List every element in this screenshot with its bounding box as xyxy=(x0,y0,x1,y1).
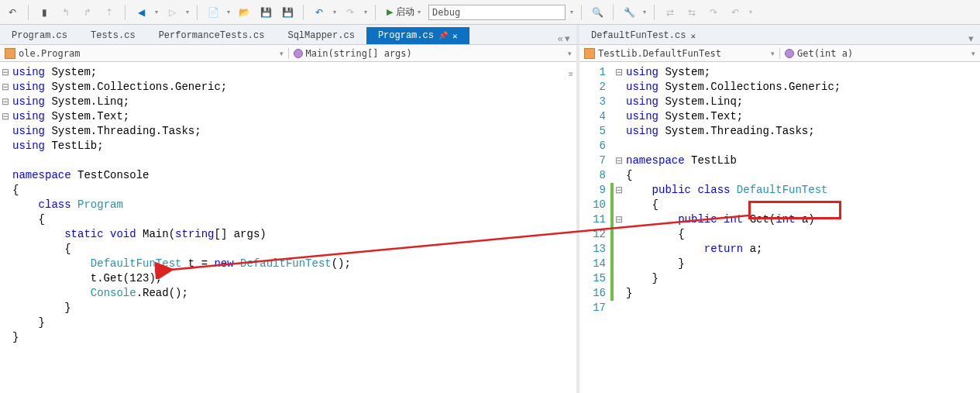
tab-label: SqlMapper.cs xyxy=(287,30,354,41)
tab-dropdown-icon[interactable]: ▾ xyxy=(968,33,974,44)
left-navbar: ole.Program ▾ Main(string[] args) ▾ xyxy=(0,45,576,62)
member-name: Main(string[] args) xyxy=(306,48,412,59)
tab-overflow-icon[interactable]: « xyxy=(558,33,563,44)
comment-icon[interactable]: ⇄ xyxy=(661,3,679,22)
code-area[interactable]: using System;using System.Collections.Ge… xyxy=(624,62,841,315)
forward-arrow-icon[interactable]: ▷ xyxy=(163,3,181,22)
tab-label: Program.cs xyxy=(12,30,67,41)
new-file-icon[interactable]: 📄 xyxy=(204,3,222,22)
highlight-box xyxy=(748,201,841,219)
undo-icon[interactable]: ↶ xyxy=(310,3,328,22)
dropdown-icon[interactable]: ▾ xyxy=(363,3,369,22)
play-icon: ▶ xyxy=(387,7,393,17)
config-select[interactable] xyxy=(428,5,566,20)
pin-icon[interactable]: 📌 xyxy=(438,31,448,40)
tab-label: Program.cs xyxy=(378,30,434,41)
tab-label: DefaultFunTest.cs xyxy=(591,30,686,41)
file-tab[interactable]: Program.cs xyxy=(0,27,79,44)
dropdown-icon[interactable]: ▾ xyxy=(332,3,338,22)
nav-up-icon[interactable]: ⇡ xyxy=(100,3,119,22)
right-tabstrip: DefaultFunTest.cs✕ ▾ xyxy=(579,25,980,45)
class-selector[interactable]: TestLib.DefaultFunTest ▾ xyxy=(579,48,780,59)
outline-margin[interactable]: ⊟⊟⊟⊟ xyxy=(0,62,11,345)
tab-label: Tests.cs xyxy=(91,30,136,41)
dropdown-icon[interactable]: ▾ xyxy=(569,3,575,22)
start-debug-button[interactable]: ▶ 启动 ▾ xyxy=(382,4,425,21)
class-icon xyxy=(5,48,15,59)
dropdown-icon[interactable]: ▾ xyxy=(641,3,648,22)
dropdown-icon[interactable]: ▾ xyxy=(225,3,232,22)
member-selector[interactable]: Main(string[] args) ▾ xyxy=(289,48,577,59)
dropdown-icon[interactable]: ▾ xyxy=(748,3,754,22)
member-selector[interactable]: Get(int a) ▾ xyxy=(780,48,980,59)
find-icon[interactable]: 🔍 xyxy=(588,3,607,22)
right-navbar: TestLib.DefaultFunTest ▾ Get(int a) ▾ xyxy=(579,45,980,62)
step-icon[interactable]: ↶ xyxy=(726,3,744,22)
redo-icon[interactable]: ↷ xyxy=(341,3,359,22)
main-toolbar: ↶ ▮ ↰ ↱ ⇡ ◀ ▾ ▷ ▾ 📄 ▾ 📂 💾 💾 ↶ ▾ ↷ ▾ ▶ 启动… xyxy=(0,0,980,25)
method-icon xyxy=(294,49,303,58)
code-area[interactable]: using System;using System.Collections.Ge… xyxy=(11,62,351,345)
file-tab[interactable]: PerformanceTests.cs xyxy=(147,27,277,44)
file-tab[interactable]: SqlMapper.cs xyxy=(276,27,366,44)
nav-next-icon[interactable]: ↱ xyxy=(78,3,97,22)
nav-back-icon[interactable]: ↶ xyxy=(3,3,22,22)
outline-margin[interactable]: ⊟⊟⊟⊟ xyxy=(614,62,624,315)
dropdown-icon[interactable]: ▾ xyxy=(184,3,191,22)
close-icon[interactable]: ✕ xyxy=(690,31,696,41)
left-tabstrip: Program.csTests.csPerformanceTests.csSql… xyxy=(0,25,579,45)
back-arrow-icon[interactable]: ◀ xyxy=(132,3,150,22)
line-numbers: 1234567891011121314151617 xyxy=(579,62,610,315)
uncomment-icon[interactable]: ⇆ xyxy=(683,3,701,22)
tab-label: PerformanceTests.cs xyxy=(159,30,265,41)
close-icon[interactable]: ✕ xyxy=(452,31,458,41)
tab-dropdown-icon[interactable]: ▾ xyxy=(565,33,570,44)
save-icon[interactable]: 💾 xyxy=(256,3,275,22)
class-icon xyxy=(584,48,595,59)
bookmark-icon[interactable]: ▮ xyxy=(35,3,53,22)
member-name: Get(int a) xyxy=(797,48,853,59)
tool-icon[interactable]: 🔧 xyxy=(620,3,638,22)
class-name: TestLib.DefaultFunTest xyxy=(598,48,721,59)
dropdown-icon[interactable]: ▾ xyxy=(153,3,160,22)
method-icon xyxy=(785,49,794,58)
file-tab[interactable]: Tests.cs xyxy=(79,27,147,44)
nav-prev-icon[interactable]: ↰ xyxy=(57,3,75,22)
class-name: ole.Program xyxy=(19,48,80,59)
file-tab[interactable]: DefaultFunTest.cs✕ xyxy=(579,27,707,44)
split-handle-icon[interactable]: ≡ xyxy=(569,70,578,79)
open-file-icon[interactable]: 📂 xyxy=(235,3,253,22)
left-editor-pane: ole.Program ▾ Main(string[] args) ▾ ⊟⊟⊟⊟… xyxy=(0,45,579,393)
class-selector[interactable]: ole.Program ▾ xyxy=(0,48,289,59)
file-tab[interactable]: Program.cs📌✕ xyxy=(366,27,469,44)
start-label: 启动 xyxy=(396,5,414,19)
step-icon[interactable]: ↷ xyxy=(704,3,723,22)
save-all-icon[interactable]: 💾 xyxy=(278,3,297,22)
